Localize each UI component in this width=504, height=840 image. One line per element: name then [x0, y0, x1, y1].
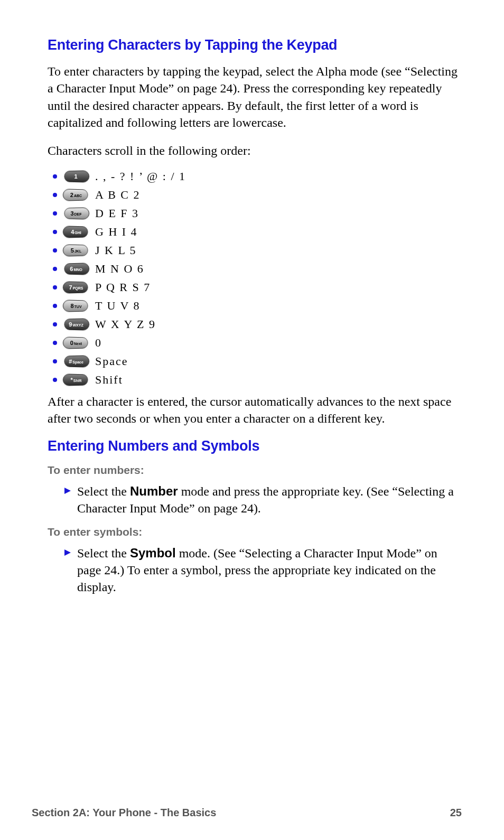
arrow-icon [63, 548, 72, 596]
phone-key-icon: 6MNO [63, 263, 89, 275]
page-footer: Section 2A: Your Phone - The Basics 25 [32, 807, 462, 819]
phone-key-icon: *Shift [63, 374, 89, 386]
key-characters: 0 [95, 336, 102, 350]
keypad-row: 2ABCA B C 2 [53, 188, 462, 202]
key-characters: J K L 5 [95, 244, 137, 257]
arrow-icon [63, 487, 72, 517]
key-characters: Shift [95, 373, 123, 387]
bullet-icon [53, 211, 57, 216]
svg-marker-1 [64, 549, 71, 556]
key-characters: . , - ? ! ’ @ : / 1 [95, 170, 186, 183]
keypad-row: 4GHIG H I 4 [53, 225, 462, 239]
bullet-icon [53, 285, 57, 290]
phone-key-icon: 9WXYZ [63, 319, 89, 330]
key-characters: D E F 3 [95, 207, 139, 220]
bullet-icon [53, 341, 57, 345]
phone-key-icon: 1 [63, 171, 89, 182]
key-characters: W X Y Z 9 [95, 318, 156, 331]
phone-key-icon: 2ABC [63, 189, 89, 201]
keypad-character-list: 1. , - ? ! ’ @ : / 12ABCA B C 23DEFD E F… [53, 170, 462, 387]
bullet-icon [53, 248, 57, 253]
step-text: Select the Number mode and press the app… [77, 483, 462, 517]
phone-key-label: *Shift [71, 377, 82, 383]
phone-key-icon: 3DEF [63, 208, 89, 219]
key-characters: Space [95, 354, 128, 368]
keypad-row: 0Next0 [53, 336, 462, 350]
phone-key-label: 0Next [70, 340, 82, 346]
bullet-icon [53, 267, 57, 271]
after-character-paragraph: After a character is entered, the cursor… [48, 393, 462, 427]
phone-key-icon: 8TUV [63, 300, 89, 312]
key-characters: P Q R S 7 [95, 281, 151, 294]
phone-key-label: 4GHI [71, 229, 81, 235]
step-enter-symbols: Select the Symbol mode. (See “Selecting … [63, 545, 462, 596]
bullet-icon [53, 359, 57, 363]
phone-key-label: 1 [74, 173, 78, 180]
key-characters: G H I 4 [95, 225, 138, 239]
subhead-enter-numbers: To enter numbers: [48, 464, 462, 477]
bullet-icon [53, 304, 57, 308]
keypad-row: 7PQRSP Q R S 7 [53, 281, 462, 294]
key-characters: T U V 8 [95, 299, 141, 313]
footer-page-number: 25 [450, 807, 462, 819]
phone-key-icon: 0Next [63, 337, 89, 349]
mode-name-number: Number [130, 484, 178, 498]
phone-key-icon: #Space [63, 356, 89, 367]
bullet-icon [53, 378, 57, 382]
phone-key-label: 3DEF [70, 210, 81, 217]
phone-key-icon: 5JKL [63, 245, 89, 256]
footer-section: Section 2A: Your Phone - The Basics [32, 807, 216, 819]
key-characters: M N O 6 [95, 262, 144, 276]
phone-key-label: 9WXYZ [69, 321, 83, 328]
keypad-row: 8TUVT U V 8 [53, 299, 462, 313]
mode-name-symbol: Symbol [130, 546, 176, 560]
phone-key-label: 7PQRS [69, 284, 83, 291]
keypad-row: #SpaceSpace [53, 354, 462, 368]
keypad-row: 1. , - ? ! ’ @ : / 1 [53, 170, 462, 183]
keypad-row: *ShiftShift [53, 373, 462, 387]
phone-key-label: 6MNO [70, 266, 82, 272]
step-text-pre: Select the [77, 484, 130, 498]
phone-key-label: 2ABC [70, 192, 82, 198]
scroll-order-intro: Characters scroll in the following order… [48, 142, 462, 159]
phone-key-label: 8TUV [70, 303, 81, 309]
bullet-icon [53, 230, 57, 234]
keypad-row: 5JKLJ K L 5 [53, 244, 462, 257]
phone-key-label: 5JKL [71, 247, 81, 254]
step-text-pre: Select the [77, 546, 130, 560]
heading-entering-numbers-symbols: Entering Numbers and Symbols [48, 438, 462, 454]
bullet-icon [53, 193, 57, 197]
phone-key-icon: 7PQRS [63, 282, 89, 293]
keypad-row: 6MNOM N O 6 [53, 262, 462, 276]
svg-marker-0 [64, 488, 71, 494]
key-characters: A B C 2 [95, 188, 141, 202]
bullet-icon [53, 174, 57, 179]
step-enter-numbers: Select the Number mode and press the app… [63, 483, 462, 517]
step-text: Select the Symbol mode. (See “Selecting … [77, 545, 462, 596]
heading-entering-characters: Entering Characters by Tapping the Keypa… [48, 37, 462, 53]
phone-key-label: #Space [69, 358, 83, 365]
phone-key-icon: 4GHI [63, 226, 89, 238]
keypad-row: 9WXYZW X Y Z 9 [53, 318, 462, 331]
intro-paragraph: To enter characters by tapping the keypa… [48, 63, 462, 132]
keypad-row: 3DEFD E F 3 [53, 207, 462, 220]
manual-page: Entering Characters by Tapping the Keypa… [0, 0, 504, 840]
subhead-enter-symbols: To enter symbols: [48, 526, 462, 538]
bullet-icon [53, 322, 57, 326]
